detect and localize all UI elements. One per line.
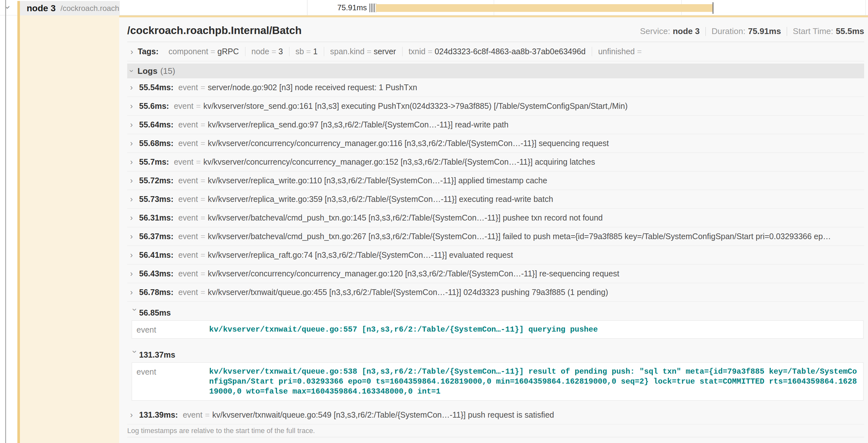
tag-item: componentgRPC bbox=[162, 47, 245, 56]
log-row[interactable]: › 56.37ms: event kv/kvserver/batcheval/c… bbox=[127, 227, 864, 246]
chevron-right-icon: › bbox=[130, 214, 139, 222]
log-message: kv/kvserver/replica_raft.go:74 [n3,s3,r6… bbox=[208, 250, 864, 260]
log-message: kv/kvserver/concurrency/concurrency_mana… bbox=[208, 139, 864, 148]
equals-sign bbox=[200, 269, 205, 278]
tag-key: span.kind bbox=[330, 47, 365, 56]
log-field-value: kv/kvserver/txnwait/queue.go:538 [n3,s3,… bbox=[209, 367, 859, 397]
log-row[interactable]: › 55.72ms: event kv/kvserver/replica_wri… bbox=[127, 171, 864, 190]
log-timestamp: 56.85ms bbox=[139, 308, 171, 317]
log-row[interactable]: › 55.64ms: event kv/kvserver/replica_sen… bbox=[127, 115, 864, 134]
tag-key: component bbox=[169, 47, 209, 56]
tag-item: txnid024d3323-6c8f-4863-aa8b-37ab0e63496… bbox=[403, 47, 592, 56]
log-row[interactable]: › 55.7ms: event kv/kvserver/concurrency/… bbox=[127, 153, 864, 171]
log-message: kv/kvserver/replica_write.go:110 [n3,s3,… bbox=[208, 176, 864, 185]
chevron-right-icon: › bbox=[130, 102, 139, 110]
span-row-tab[interactable]: node 3 /cockroach.roach… bbox=[17, 1, 120, 15]
logs-count: (15) bbox=[160, 66, 175, 76]
span-name-column-highlight bbox=[20, 15, 119, 443]
equals-sign bbox=[200, 250, 205, 260]
log-detail-box: event kv/kvserver/txnwait/queue.go:557 [… bbox=[132, 320, 864, 339]
log-message: kv/kvserver/concurrency/concurrency_mana… bbox=[208, 269, 864, 278]
chevron-right-icon: › bbox=[130, 83, 139, 92]
log-entry-expanded: › 56.85ms event kv/kvserver/txnwait/queu… bbox=[127, 302, 864, 339]
start-time-label: Start Time: bbox=[793, 26, 833, 36]
log-field-key: event bbox=[174, 101, 193, 111]
equals-sign bbox=[200, 287, 205, 297]
tag-item: node3 bbox=[245, 47, 289, 56]
span-duration-bar[interactable] bbox=[376, 4, 713, 12]
log-row[interactable]: › 131.39ms: event kv/kvserver/txnwait/qu… bbox=[127, 406, 864, 424]
span-end-marker bbox=[713, 2, 713, 14]
chevron-right-icon: › bbox=[130, 288, 139, 296]
page-title: /cockroach.roachpb.Internal/Batch bbox=[127, 24, 302, 37]
log-timestamp: 55.72ms: bbox=[139, 176, 174, 185]
log-timestamp: 55.7ms: bbox=[139, 157, 169, 167]
log-rows: › 55.54ms: event server/node.go:902 [n3]… bbox=[127, 78, 864, 424]
log-field-key: event bbox=[178, 250, 198, 260]
trace-viewer: › node 3 /cockroach.roach… 75.91ms /cock… bbox=[0, 0, 868, 443]
tag-value: gRPC bbox=[217, 47, 239, 56]
log-timestamp: 55.6ms: bbox=[139, 101, 169, 111]
log-timestamp: 131.39ms: bbox=[139, 410, 178, 419]
log-timestamp: 56.41ms: bbox=[139, 250, 174, 260]
log-row[interactable]: › 55.54ms: event server/node.go:902 [n3]… bbox=[127, 78, 864, 97]
trace-timeline-row: › node 3 /cockroach.roach… 75.91ms bbox=[0, 0, 868, 15]
log-row[interactable]: › 56.41ms: event kv/kvserver/replica_raf… bbox=[127, 246, 864, 265]
log-message: kv/kvserver/store_send.go:161 [n3,s3] ex… bbox=[203, 101, 864, 111]
service-label: Service: bbox=[640, 26, 670, 36]
log-field-key: event bbox=[178, 213, 198, 223]
equals-sign bbox=[205, 410, 210, 419]
log-field-key: event bbox=[178, 120, 198, 129]
log-row[interactable]: › 55.73ms: event kv/kvserver/replica_wri… bbox=[127, 190, 864, 209]
log-row-expanded-header[interactable]: › 56.85ms bbox=[127, 305, 864, 320]
span-overview: Service: node 3 Duration: 75.91ms Start … bbox=[640, 26, 864, 36]
log-row[interactable]: › 56.31ms: event kv/kvserver/batcheval/c… bbox=[127, 209, 864, 227]
logs-section-toggle[interactable]: › Logs (15) bbox=[127, 64, 864, 78]
duration-label: Duration: bbox=[712, 26, 746, 36]
log-timestamp: 55.64ms: bbox=[139, 120, 174, 129]
logs-footer-note: Log timestamps are relative to the start… bbox=[127, 424, 864, 437]
log-row[interactable]: › 56.43ms: event kv/kvserver/concurrency… bbox=[127, 265, 864, 283]
equals-sign bbox=[196, 157, 201, 167]
tag-key: txnid bbox=[409, 47, 426, 56]
equals-sign bbox=[210, 47, 215, 56]
start-time-value: 55.5ms bbox=[836, 26, 864, 36]
overview-divider bbox=[706, 27, 706, 36]
equals-sign bbox=[272, 47, 276, 56]
log-field-key: event bbox=[136, 367, 209, 397]
tags-list: componentgRPC node3 sb1 span.kindserver … bbox=[162, 47, 650, 56]
span-color-stripe bbox=[17, 1, 20, 443]
equals-sign bbox=[200, 139, 205, 148]
chevron-right-icon: › bbox=[130, 411, 139, 419]
tags-section-toggle[interactable]: › Tags: componentgRPC node3 sb1 span.kin… bbox=[127, 42, 864, 61]
overview-divider bbox=[787, 27, 787, 36]
service-value: node 3 bbox=[673, 26, 700, 36]
log-message: kv/kvserver/txnwait/queue.go:549 [n3,s3,… bbox=[212, 410, 864, 419]
log-message: kv/kvserver/replica_write.go:359 [n3,s3,… bbox=[208, 195, 864, 204]
tree-indent-guide bbox=[5, 0, 6, 443]
log-timestamp: 55.68ms: bbox=[139, 139, 174, 148]
log-row-expanded-header[interactable]: › 131.37ms bbox=[127, 347, 864, 363]
log-field-key: event bbox=[178, 139, 198, 148]
span-detail-panel: /cockroach.roachpb.Internal/Batch Servic… bbox=[119, 15, 868, 443]
log-message: server/node.go:902 [n3] node received re… bbox=[208, 83, 864, 92]
chevron-down-icon[interactable]: › bbox=[3, 5, 14, 9]
tag-value: 024d3323-6c8f-4863-aa8b-37ab0e63496d bbox=[435, 47, 586, 56]
equals-sign bbox=[200, 83, 205, 92]
equals-sign bbox=[200, 195, 205, 204]
tag-value: 1 bbox=[313, 47, 318, 56]
equals-sign bbox=[200, 232, 205, 241]
chevron-down-icon: › bbox=[131, 308, 139, 317]
log-message: kv/kvserver/batcheval/cmd_push_txn.go:26… bbox=[208, 232, 864, 241]
log-entry-expanded: › 131.37ms event kv/kvserver/txnwait/que… bbox=[127, 344, 864, 401]
chevron-right-icon: › bbox=[130, 270, 139, 278]
log-field-key: event bbox=[174, 157, 193, 167]
log-row[interactable]: › 55.6ms: event kv/kvserver/store_send.g… bbox=[127, 97, 864, 115]
log-field-key: event bbox=[183, 410, 203, 419]
log-row[interactable]: › 55.68ms: event kv/kvserver/concurrency… bbox=[127, 134, 864, 153]
log-timestamp: 56.31ms: bbox=[139, 213, 174, 223]
log-row[interactable]: › 56.78ms: event kv/kvserver/txnwait/que… bbox=[127, 283, 864, 302]
equals-sign bbox=[428, 47, 432, 56]
log-field-key: event bbox=[178, 232, 198, 241]
span-duration-label: 75.91ms bbox=[305, 0, 367, 15]
